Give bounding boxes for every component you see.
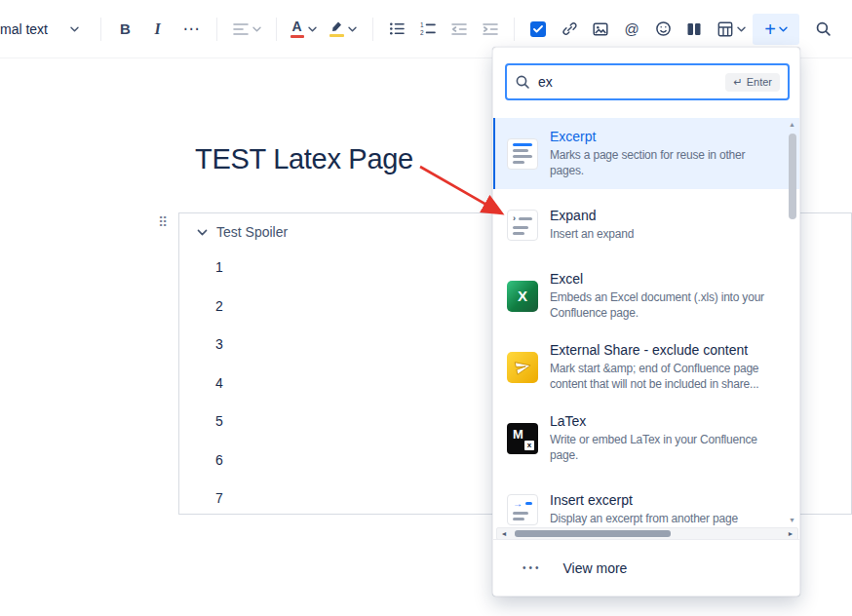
more-formatting-button[interactable]: ⋯ bbox=[174, 14, 209, 45]
tiny-arrow-icon: → bbox=[513, 499, 523, 509]
chevron-down-icon bbox=[308, 26, 317, 32]
menu-item-description: Display an excerpt from another page bbox=[550, 511, 778, 526]
insert-plus-dropdown[interactable]: + bbox=[753, 14, 799, 45]
confluence-editor-screen: mal text B I ⋯ A bbox=[0, 0, 852, 616]
menu-item-title: External Share - exclude content bbox=[550, 342, 778, 358]
layouts-button[interactable] bbox=[678, 14, 710, 45]
menu-item-title: Insert excerpt bbox=[550, 492, 778, 508]
emoji-button[interactable] bbox=[647, 14, 678, 45]
yellow-color-bar bbox=[329, 34, 344, 37]
search-icon bbox=[815, 20, 832, 37]
table-dropdown[interactable] bbox=[710, 14, 753, 45]
menu-item-title: Excerpt bbox=[550, 129, 778, 144]
vertical-scrollbar[interactable]: ▲ ▼ bbox=[787, 120, 797, 525]
text-color-dropdown[interactable]: A bbox=[285, 14, 322, 45]
table-icon bbox=[717, 21, 733, 37]
menu-item-external-share[interactable]: External Share - exclude content Mark st… bbox=[493, 331, 800, 403]
bold-button[interactable]: B bbox=[109, 14, 141, 45]
outdent-icon bbox=[451, 22, 467, 36]
image-button[interactable] bbox=[585, 14, 616, 45]
mention-button[interactable]: @ bbox=[616, 14, 647, 45]
enter-hint-badge: ↵ Enter bbox=[725, 73, 780, 92]
more-dots-icon: ⋯ bbox=[183, 19, 200, 39]
tiny-chevron-icon: › bbox=[513, 214, 516, 223]
horizontal-scroll-track[interactable] bbox=[511, 528, 784, 539]
macro-search-box[interactable]: ↵ Enter bbox=[505, 63, 790, 100]
menu-item-title: LaTex bbox=[550, 413, 778, 429]
menu-item-description: Embeds an Excel document (.xls) into you… bbox=[550, 289, 778, 321]
toolbar-separator bbox=[372, 18, 373, 41]
highlight-color-dropdown[interactable] bbox=[322, 14, 365, 45]
link-button[interactable] bbox=[554, 14, 585, 45]
chevron-down-icon bbox=[252, 26, 261, 32]
list-number: 1 bbox=[215, 249, 223, 288]
insert-menu-popup: ↵ Enter Excerpt Marks a page section for… bbox=[492, 47, 800, 597]
macro-search-input[interactable] bbox=[538, 74, 717, 90]
excel-x-letter: X bbox=[518, 288, 527, 304]
scroll-right-icon[interactable]: ► bbox=[784, 528, 797, 539]
scroll-up-icon[interactable]: ▲ bbox=[789, 120, 795, 130]
red-color-bar bbox=[290, 35, 304, 38]
color-letter: A bbox=[291, 19, 301, 33]
bullet-list-icon bbox=[389, 21, 405, 36]
more-dots-icon: ••• bbox=[523, 562, 542, 573]
latex-x-letter: x bbox=[524, 441, 534, 450]
toolbar-separator bbox=[100, 18, 101, 41]
menu-item-excerpt[interactable]: Excerpt Marks a page section for reuse i… bbox=[493, 118, 800, 189]
svg-text:2: 2 bbox=[420, 29, 424, 36]
spoiler-content: 1 2 3 4 5 6 7 bbox=[215, 249, 223, 515]
excel-icon: X bbox=[507, 281, 538, 312]
horizontal-scroll-thumb[interactable] bbox=[515, 530, 671, 537]
spoiler-toggle[interactable]: Test Spoiler bbox=[197, 224, 288, 240]
highlighter-icon bbox=[329, 20, 344, 37]
menu-item-title: Excel bbox=[550, 271, 778, 287]
view-more-button[interactable]: View more bbox=[563, 560, 628, 576]
outdent-button[interactable] bbox=[444, 14, 475, 45]
text-style-dropdown[interactable]: mal text bbox=[0, 14, 93, 45]
plus-icon: + bbox=[764, 19, 776, 39]
search-icon bbox=[515, 74, 530, 90]
page-title: TEST Latex Page bbox=[195, 143, 413, 175]
vertical-scroll-thumb[interactable] bbox=[789, 134, 796, 219]
numbered-list-button[interactable]: 12 bbox=[412, 14, 444, 45]
expand-icon: › bbox=[507, 210, 538, 241]
list-number: 5 bbox=[215, 403, 223, 442]
task-checkbox-icon bbox=[530, 21, 546, 37]
chevron-down-icon bbox=[197, 229, 208, 236]
menu-item-description: Insert an expand bbox=[550, 226, 778, 242]
indent-button[interactable] bbox=[475, 14, 506, 45]
italic-button[interactable]: I bbox=[141, 14, 174, 45]
menu-item-insert-excerpt[interactable]: → Insert excerpt Display an excerpt from… bbox=[493, 474, 800, 527]
scroll-left-icon[interactable]: ◄ bbox=[497, 528, 511, 539]
alignment-dropdown[interactable] bbox=[225, 14, 268, 45]
toolbar-separator bbox=[216, 18, 217, 41]
vertical-scroll-track[interactable] bbox=[787, 130, 797, 516]
excerpt-icon bbox=[507, 138, 538, 170]
latex-icon: M x bbox=[507, 423, 538, 454]
chevron-down-icon bbox=[70, 26, 79, 32]
menu-item-expand[interactable]: › Expand Insert an expand bbox=[493, 189, 800, 260]
text-color-icon: A bbox=[290, 19, 304, 38]
menu-item-excel[interactable]: X Excel Embeds an Excel document (.xls) … bbox=[493, 260, 800, 331]
enter-symbol-icon: ↵ bbox=[733, 76, 742, 89]
popup-footer: ••• View more bbox=[493, 539, 800, 596]
menu-item-description: Mark start &amp; end of Confluence page … bbox=[550, 361, 778, 392]
drag-handle-icon[interactable]: ⠿ bbox=[158, 215, 168, 229]
bullet-list-button[interactable] bbox=[381, 14, 412, 45]
toolbar-separator bbox=[276, 18, 277, 41]
menu-item-title: Expand bbox=[550, 208, 778, 223]
italic-label: I bbox=[154, 20, 160, 38]
toolbar-search-button[interactable] bbox=[805, 14, 840, 45]
menu-item-latex[interactable]: M x LaTex Write or embed LaTex in your C… bbox=[493, 403, 800, 474]
menu-item-description: Marks a page section for reuse in other … bbox=[550, 147, 778, 178]
emoji-smiley-icon bbox=[655, 20, 672, 37]
macro-results-list: Excerpt Marks a page section for reuse i… bbox=[493, 118, 800, 527]
mention-at-icon: @ bbox=[624, 20, 639, 37]
align-lines-icon bbox=[233, 22, 249, 36]
list-number: 6 bbox=[215, 442, 223, 481]
list-number: 2 bbox=[215, 288, 223, 327]
bold-label: B bbox=[120, 20, 131, 37]
task-list-button[interactable] bbox=[523, 14, 554, 45]
scroll-down-icon[interactable]: ▼ bbox=[789, 516, 795, 525]
chevron-down-icon bbox=[737, 26, 746, 32]
